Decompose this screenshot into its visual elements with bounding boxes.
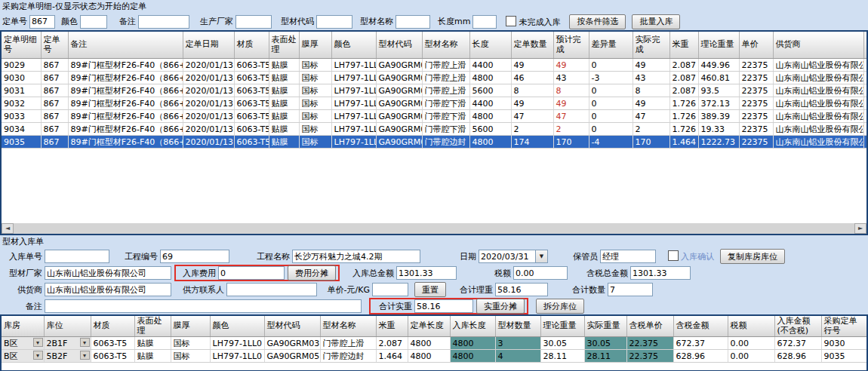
column-header[interactable]: 材质 xyxy=(234,32,269,59)
table-row[interactable]: B区▾5B2F▾6063-T5贴膜国标LH797-1LL0GA90GRM05门带… xyxy=(2,350,866,363)
cell: 89#门框型材F26-F40（866+867） xyxy=(68,123,183,136)
supplier-contact-input[interactable] xyxy=(226,283,317,296)
column-header[interactable]: 差异量 xyxy=(589,32,633,59)
column-header[interactable]: 入库金额(不含税) xyxy=(774,316,821,337)
column-header[interactable]: 库位 xyxy=(44,316,91,337)
supplier-input[interactable] xyxy=(45,283,171,296)
count-total-input[interactable] xyxy=(608,283,653,296)
column-header[interactable]: 膜厚 xyxy=(171,316,210,337)
date-label: 日期 xyxy=(455,251,476,262)
cell[interactable]: 5B2F▾ xyxy=(44,350,91,363)
factory-input[interactable] xyxy=(45,266,171,280)
inbound-total-input[interactable] xyxy=(396,266,457,280)
table-row[interactable]: 903386789#门框型材F26-F40（866+867）2020/01/13… xyxy=(2,110,866,123)
unit-price-input[interactable] xyxy=(372,283,408,296)
inbound-confirm-checkbox[interactable] xyxy=(668,250,679,261)
actual-weight-apportion-button[interactable]: 实重分摊 xyxy=(476,299,525,314)
dropdown-arrow-icon[interactable]: ▾ xyxy=(80,338,90,347)
order-no-input[interactable] xyxy=(29,15,55,29)
scrollbar-track[interactable] xyxy=(14,223,854,234)
column-header[interactable]: 米重 xyxy=(669,32,698,59)
column-header[interactable]: 长度 xyxy=(469,32,511,59)
column-header[interactable]: 供货商 xyxy=(773,32,863,59)
reset-button[interactable]: 重置 xyxy=(414,282,446,297)
cell[interactable]: B区▾ xyxy=(2,337,44,350)
column-header[interactable]: 膜厚 xyxy=(299,32,331,59)
manufacturer-input[interactable] xyxy=(235,15,272,29)
inbound-no-input[interactable] xyxy=(45,250,109,263)
table-row[interactable]: 903286789#门框型材F26-F40（866+867）2020/01/13… xyxy=(2,97,866,110)
table-row[interactable]: B区▾2B1F▾6063-T5贴膜国标LH797-1LL0GA90GRM03门带… xyxy=(2,337,866,350)
table-row[interactable]: 903086789#门框型材F26-F40（866+867）2020/01/13… xyxy=(2,72,866,84)
column-header[interactable]: 定单长度 xyxy=(408,316,450,337)
column-header[interactable]: 表面处理 xyxy=(134,316,171,337)
column-header[interactable]: 实际完成 xyxy=(633,32,669,59)
actual-weight-total-input[interactable] xyxy=(414,299,473,313)
table-row[interactable]: 903186789#门框型材F26-F40（866+867）2020/01/13… xyxy=(2,84,866,97)
column-header[interactable]: 型材名称 xyxy=(422,32,469,59)
dropdown-arrow-icon[interactable]: ▾ xyxy=(33,351,43,360)
cell: 22375 xyxy=(739,97,773,110)
column-header[interactable]: 含税单价 xyxy=(626,316,673,337)
table-row[interactable]: 903486789#门框型材F26-F40（866+867）2020/01/13… xyxy=(2,123,866,136)
column-header[interactable]: 实际重量 xyxy=(584,316,626,337)
cell: GA90GRM05 xyxy=(264,350,320,363)
column-header[interactable]: 含税金额 xyxy=(673,316,728,337)
fee-apportion-button[interactable]: 费用分摊 xyxy=(288,265,336,281)
copy-warehouse-location-button[interactable]: 复制库房库位 xyxy=(720,249,785,264)
scroll-right-button[interactable]: ► xyxy=(854,223,866,234)
color-input[interactable] xyxy=(80,15,107,29)
scroll-left-button[interactable]: ◄ xyxy=(2,223,14,234)
column-header[interactable]: 定单日期 xyxy=(183,32,234,59)
remark-input[interactable] xyxy=(138,15,189,29)
column-header[interactable]: 颜色 xyxy=(331,32,376,59)
column-header[interactable]: 库房 xyxy=(2,316,44,337)
calendar-dropdown-button[interactable]: ▼ xyxy=(536,250,548,263)
tax-input[interactable] xyxy=(513,266,568,280)
table-row[interactable]: 902986789#门框型材F26-F40（866+867）2020/01/13… xyxy=(2,59,866,72)
column-header[interactable]: 定单明细号 xyxy=(2,32,41,59)
column-header[interactable] xyxy=(863,32,866,59)
batch-inbound-button[interactable]: 批量入库 xyxy=(632,14,680,29)
total-with-tax-input[interactable] xyxy=(630,266,691,280)
profile-name-input[interactable] xyxy=(396,15,430,29)
column-header[interactable]: 采购定单行号 xyxy=(821,316,866,337)
table-row[interactable]: 903586789#门框型材F26-F40（866+867）2020/01/13… xyxy=(2,136,866,149)
column-header[interactable]: 颜色 xyxy=(210,316,264,337)
project-name-input[interactable] xyxy=(292,250,420,263)
keeper-input[interactable] xyxy=(600,250,656,263)
column-header[interactable]: 单价 xyxy=(739,32,773,59)
unfinished-checkbox[interactable] xyxy=(506,16,516,26)
column-header[interactable]: 型材代码 xyxy=(264,316,320,337)
column-header[interactable]: 入库长度 xyxy=(450,316,495,337)
cell: 43 xyxy=(633,72,669,84)
dropdown-arrow-icon[interactable]: ▾ xyxy=(80,351,90,360)
column-header[interactable]: 备注 xyxy=(68,32,183,59)
column-header[interactable]: 型材名称 xyxy=(320,316,376,337)
column-header[interactable]: 型材数量 xyxy=(495,316,540,337)
inbound-remark-input[interactable] xyxy=(45,299,362,313)
column-header[interactable]: 理论重量 xyxy=(540,316,584,337)
column-header[interactable]: 税额 xyxy=(728,316,774,337)
profile-code-input[interactable] xyxy=(316,15,352,29)
date-input[interactable] xyxy=(479,250,536,263)
filter-by-condition-button[interactable]: 按条件筛选 xyxy=(569,14,626,29)
column-header[interactable]: 预计完成 xyxy=(553,32,589,59)
split-location-button[interactable]: 拆分库位 xyxy=(536,299,584,314)
column-header[interactable]: 材质 xyxy=(91,316,134,337)
column-header[interactable]: 定单号 xyxy=(41,32,68,59)
column-header[interactable]: 米重 xyxy=(376,316,408,337)
inbound-fee-input[interactable] xyxy=(218,266,285,280)
column-header[interactable]: 定单数量 xyxy=(511,32,553,59)
cell[interactable]: 2B1F▾ xyxy=(44,337,91,350)
column-header[interactable]: 型材代码 xyxy=(376,32,422,59)
horizontal-scrollbar[interactable]: ◄ ► xyxy=(2,223,866,234)
dropdown-arrow-icon[interactable]: ▾ xyxy=(33,338,43,347)
length-input[interactable] xyxy=(472,15,497,29)
theory-weight-total-input[interactable] xyxy=(495,283,548,296)
column-header[interactable]: 理论重量 xyxy=(698,32,739,59)
cell[interactable]: B区▾ xyxy=(2,350,44,363)
cell: 22.375 xyxy=(626,337,673,350)
project-no-input[interactable] xyxy=(160,250,229,263)
column-header[interactable]: 表面处理 xyxy=(269,32,299,59)
